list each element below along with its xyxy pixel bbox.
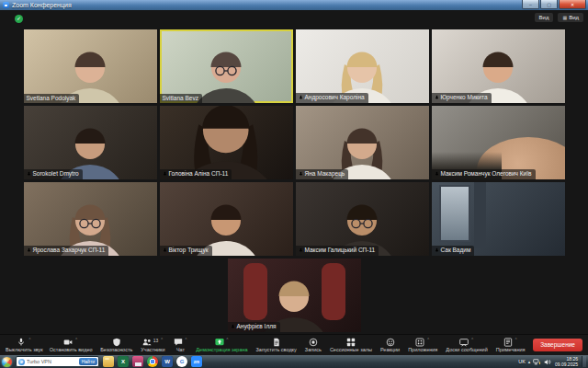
show-desktop-button[interactable]	[582, 356, 586, 367]
participant-name-label: Максим Романчук Олегович Київ	[432, 169, 536, 179]
muted-mic-icon	[299, 247, 303, 254]
participant-name: Svetlana Podolyak	[27, 96, 76, 102]
participant-name-label: Ярослава Захарчук СП-11	[24, 246, 109, 256]
google-app-icon[interactable]: G	[176, 356, 187, 367]
breakout-rooms-button[interactable]: Сессионные залы	[330, 338, 372, 353]
record-button[interactable]: Запись	[305, 338, 322, 353]
participant-tile[interactable]: Svetlana Podolyak	[24, 29, 157, 103]
meeting-client-area: ✓ Вид ▦ Вид Svetlana Podolyak	[0, 10, 588, 335]
share-screen-icon	[215, 338, 224, 347]
participant-tile[interactable]: Андросович Кароліна	[296, 29, 429, 103]
window-titlebar[interactable]: Zoom Конференция – ▢ ✕	[0, 0, 588, 10]
breakout-rooms-icon	[346, 338, 356, 347]
participants-caret[interactable]: ⌃	[160, 339, 164, 343]
system-tray: UK ▴ 18:26 09.09.2025	[518, 356, 586, 367]
participant-tile[interactable]: Максим Романчук Олегович Київ	[432, 106, 565, 179]
view-button[interactable]: ▦ Вид	[558, 13, 583, 22]
video-options-caret[interactable]: ⌃	[74, 339, 78, 343]
summary-button[interactable]: Запустить сводку	[256, 338, 297, 353]
muted-mic-icon	[27, 247, 31, 254]
mute-button[interactable]: ⌃ Выключить звук	[6, 338, 43, 353]
participant-name: Максим Галицький СП-11	[305, 247, 376, 254]
participant-name: Віктор Трищук	[169, 247, 209, 254]
zoom-app-icon	[3, 2, 9, 8]
taskbar-clock[interactable]: 18:26 09.09.2025	[555, 356, 578, 367]
participant-tile[interactable]: Сак Вадим	[432, 182, 565, 256]
whiteboards-caret[interactable]: ⌃	[470, 339, 474, 343]
participant-tile[interactable]: Яна Макарець	[296, 106, 429, 179]
zoom-taskbar-icon[interactable]: zm	[191, 356, 202, 367]
participant-name: Максим Романчук Олегович Київ	[441, 171, 532, 178]
participant-tile[interactable]: Ярослава Захарчук СП-11	[24, 182, 157, 256]
share-caret[interactable]: ⌃	[226, 339, 230, 343]
participant-tile[interactable]: Ануфрієв Ілля	[228, 259, 361, 332]
security-button[interactable]: Безопасность	[100, 338, 132, 353]
media-app-icon[interactable]	[132, 356, 143, 367]
excel-icon[interactable]: X	[118, 356, 129, 367]
desktop-screen: Zoom Конференция – ▢ ✕ ✓ Вид ▦ Вид	[0, 0, 588, 368]
camera-icon	[63, 338, 73, 347]
mute-options-caret[interactable]: ⌃	[28, 339, 31, 343]
minimize-button[interactable]: –	[522, 0, 539, 9]
notes-icon	[503, 338, 513, 347]
taskbar-search-box[interactable]: e Turbo VPN Найти	[16, 356, 99, 367]
apps-icon	[415, 338, 424, 347]
gallery-row: Svetlana Podolyak Svitlana Bevz Андросов…	[24, 29, 565, 103]
encryption-shield-icon[interactable]: ✓	[15, 15, 23, 23]
network-icon[interactable]	[533, 359, 541, 365]
word-icon[interactable]: W	[162, 356, 173, 367]
participant-tile[interactable]: Максим Галицький СП-11	[296, 182, 429, 256]
participant-tile[interactable]: Svitlana Bevz	[160, 29, 293, 103]
stop-video-button[interactable]: ⌃ Остановить видео	[50, 338, 93, 353]
participant-video	[160, 29, 293, 103]
muted-mic-icon	[435, 171, 439, 178]
search-input[interactable]: Turbo VPN	[27, 359, 77, 364]
reactions-button[interactable]: Реакции	[380, 338, 400, 353]
meeting-toolbar: ⌃ Выключить звук ⌃ Остановить видео Безо…	[0, 334, 588, 355]
shield-icon	[112, 338, 121, 347]
chat-caret[interactable]: ⌃	[185, 339, 188, 343]
participant-name-label: Сак Вадим	[432, 246, 475, 256]
participants-button[interactable]: 13⌃ Участники	[141, 338, 164, 353]
search-find-button[interactable]: Найти	[79, 358, 97, 365]
gallery-row: Ануфрієв Ілля	[228, 259, 361, 332]
participant-video	[160, 182, 293, 256]
participant-name: Ярослава Захарчук СП-11	[33, 247, 106, 254]
apps-button[interactable]: ⌃ Приложения	[408, 338, 437, 353]
tray-expand-caret[interactable]: ▴	[528, 359, 531, 364]
view-button-secondary[interactable]: Вид	[535, 13, 554, 22]
close-button[interactable]: ✕	[559, 0, 586, 9]
participant-name-label: Головіна Аліна СП-11	[160, 169, 232, 179]
participant-name-label: Максим Галицький СП-11	[296, 246, 379, 256]
chat-button[interactable]: ⌃ Чат	[174, 338, 188, 353]
start-button[interactable]	[2, 357, 12, 367]
volume-icon[interactable]	[544, 359, 551, 365]
participant-video	[24, 29, 157, 103]
participant-tile[interactable]: Юрченко Микита	[432, 29, 565, 103]
language-indicator[interactable]: UK	[518, 359, 526, 364]
participant-tile[interactable]: Віктор Трищук	[160, 182, 293, 256]
gallery-row: Ярослава Захарчук СП-11 Віктор Трищук Ма…	[24, 182, 565, 256]
muted-mic-icon	[435, 95, 439, 101]
notes-button[interactable]: ⌃ Примечания	[496, 338, 526, 353]
share-screen-button[interactable]: ⌃ Демонстрация экрана	[196, 338, 247, 353]
whiteboards-button[interactable]: ⌃ Доски сообщений	[446, 338, 487, 353]
view-buttons: Вид ▦ Вид	[535, 13, 583, 22]
participant-video	[432, 29, 565, 103]
view-button-label: Вид	[569, 15, 579, 20]
muted-mic-icon	[27, 171, 31, 178]
file-explorer-icon[interactable]	[103, 356, 114, 367]
notes-caret[interactable]: ⌃	[514, 339, 518, 343]
participant-tile[interactable]: Головіна Аліна СП-11	[160, 106, 293, 179]
maximize-button[interactable]: ▢	[540, 0, 558, 9]
participant-name-label: Віктор Трищук	[160, 246, 212, 256]
chrome-icon[interactable]	[147, 356, 158, 367]
apps-caret[interactable]: ⌃	[426, 339, 430, 343]
window-title: Zoom Конференция	[12, 2, 72, 8]
participant-name-label: Андросович Кароліна	[296, 93, 368, 103]
microphone-icon	[17, 338, 26, 347]
participant-name-label: Юрченко Микита	[432, 93, 492, 103]
end-meeting-button[interactable]: Завершение	[533, 339, 582, 352]
participant-tile[interactable]: Sorokolet Dmytro	[24, 106, 157, 179]
titlebar-left: Zoom Конференция	[0, 0, 72, 10]
